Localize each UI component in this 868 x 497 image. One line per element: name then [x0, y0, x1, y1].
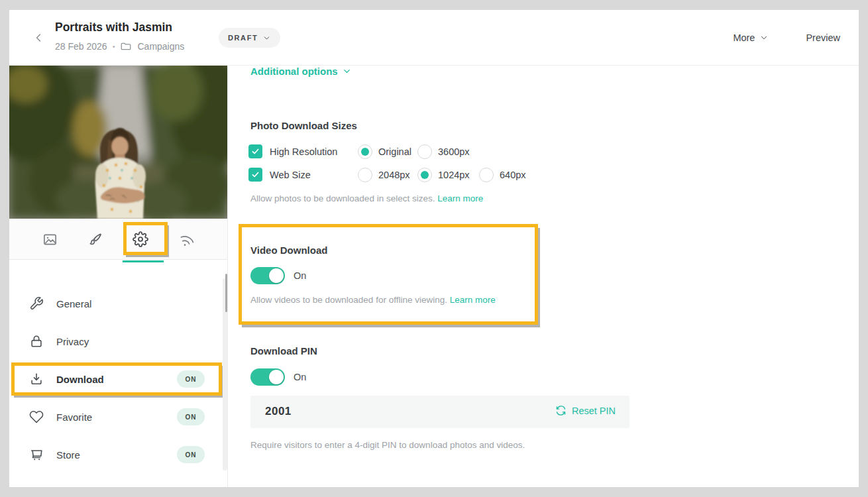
sidebar-item-store[interactable]: Store ON: [9, 436, 227, 473]
gallery-date: 28 Feb 2026: [55, 41, 107, 52]
status-dropdown[interactable]: DRAFT: [219, 28, 280, 48]
refresh-icon: [555, 405, 567, 416]
chevron-down-icon: [759, 33, 769, 42]
radio-label: Original: [378, 146, 411, 157]
settings-menu: General Privacy Download ON Favorite ON: [9, 260, 227, 487]
learn-more-link[interactable]: Learn more: [437, 193, 483, 203]
radio-label: 2048px: [378, 170, 410, 180]
radio-original[interactable]: Original: [358, 144, 411, 159]
gallery-settings-card: Portraits with Jasmin 28 Feb 2026 • Camp…: [9, 10, 859, 487]
download-pin-heading: Download PIN: [250, 345, 317, 357]
on-badge: ON: [177, 446, 205, 463]
radio-selected-icon: [417, 168, 432, 182]
web-size-checkbox[interactable]: Web Size: [248, 168, 311, 182]
more-label: More: [733, 32, 755, 43]
helper-text: Require visitors to enter a 4-digit PIN …: [250, 440, 525, 450]
folder-label[interactable]: Campaigns: [137, 41, 184, 52]
video-download-helper: Allow videos to be downloaded for offlin…: [250, 295, 496, 305]
page-title: Portraits with Jasmin: [55, 21, 172, 34]
sidebar-item-download[interactable]: Download ON: [9, 360, 227, 398]
on-badge: ON: [177, 370, 205, 388]
helper-text: Allow videos to be downloaded for offlin…: [250, 295, 447, 305]
toggle-knob: [269, 268, 284, 283]
learn-more-link[interactable]: Learn more: [450, 295, 496, 305]
photo-download-sizes-heading: Photo Download Sizes: [250, 120, 357, 131]
pin-toggle-state: On: [294, 372, 306, 382]
radio-2048px[interactable]: 2048px: [358, 168, 410, 182]
radio-1024px[interactable]: 1024px: [417, 168, 470, 182]
app-window: Portraits with Jasmin 28 Feb 2026 • Camp…: [0, 0, 868, 497]
header: Portraits with Jasmin 28 Feb 2026 • Camp…: [9, 10, 859, 66]
gear-icon: [133, 231, 148, 247]
checkbox-checked-icon: [248, 144, 262, 158]
chevron-down-icon: [342, 66, 352, 76]
size-row-high-resolution: High Resolution Original 3600px: [228, 144, 692, 159]
download-icon: [29, 372, 44, 386]
folder-icon: [120, 40, 132, 52]
toggle-knob: [269, 370, 284, 384]
radio-selected-icon: [358, 144, 372, 159]
checkbox-checked-icon: [248, 168, 262, 182]
photo-sizes-helper: Allow photos to be downloaded in select …: [250, 193, 483, 203]
sidebar-item-privacy[interactable]: Privacy: [9, 323, 227, 360]
back-button[interactable]: [29, 28, 48, 47]
lock-icon: [29, 334, 44, 349]
gallery-meta: 28 Feb 2026 • Campaigns: [55, 40, 184, 52]
tab-settings[interactable]: [122, 219, 159, 260]
download-pin-helper: Require visitors to enter a 4-digit PIN …: [250, 440, 525, 450]
on-badge: ON: [177, 408, 205, 425]
sidebar-tabbar: [9, 219, 227, 260]
chevron-down-icon: [262, 34, 271, 42]
sidebar-item-label: Privacy: [56, 336, 89, 347]
tab-publish[interactable]: [168, 219, 205, 260]
more-menu-button[interactable]: More: [733, 32, 769, 43]
helper-text: Allow photos to be downloaded in select …: [250, 193, 435, 203]
radio-unselected-icon: [479, 168, 494, 182]
additional-options-label: Additional options: [250, 66, 338, 77]
preview-button[interactable]: Preview: [806, 32, 840, 43]
tab-design[interactable]: [76, 219, 113, 260]
header-actions: More Preview: [733, 10, 840, 66]
sidebar-item-label: Store: [56, 449, 80, 461]
radio-label: 3600px: [438, 146, 470, 157]
sidebar-item-label: Download: [56, 374, 104, 385]
meta-separator: •: [113, 42, 115, 50]
size-row-web-size: Web Size 2048px 1024px 640px: [228, 168, 692, 182]
status-badge: DRAFT: [228, 34, 258, 42]
preview-label: Preview: [806, 32, 840, 43]
radio-unselected-icon: [417, 144, 432, 159]
checkbox-label: Web Size: [270, 170, 311, 180]
sidebar-item-label: Favorite: [56, 412, 92, 423]
radio-640px[interactable]: 640px: [479, 168, 526, 182]
pin-field: 2001 Reset PIN: [250, 396, 629, 428]
download-settings-panel: Additional options Photo Download Sizes …: [228, 66, 859, 487]
sidebar-scrollbar-thumb[interactable]: [225, 274, 227, 312]
checkbox-label: High Resolution: [270, 146, 337, 157]
pin-value: 2001: [265, 405, 292, 418]
cover-photo-image: [9, 66, 227, 219]
gallery-cover-photo[interactable]: [9, 66, 227, 219]
cart-icon: [29, 447, 44, 462]
reset-pin-label: Reset PIN: [572, 406, 616, 416]
radio-label: 640px: [500, 170, 526, 180]
sidebar: General Privacy Download ON Favorite ON: [9, 66, 228, 487]
wrench-icon: [29, 296, 44, 311]
sidebar-item-favorite[interactable]: Favorite ON: [9, 398, 227, 435]
video-download-toggle[interactable]: [250, 267, 285, 284]
download-pin-toggle[interactable]: [250, 368, 285, 386]
high-resolution-checkbox[interactable]: High Resolution: [248, 144, 337, 158]
additional-options-toggle[interactable]: Additional options: [250, 66, 352, 77]
heart-icon: [29, 410, 44, 424]
brush-icon: [87, 232, 103, 247]
radio-label: 1024px: [438, 170, 470, 180]
radio-unselected-icon: [358, 168, 372, 182]
broadcast-icon: [180, 232, 195, 247]
sidebar-item-label: General: [56, 298, 91, 309]
image-icon: [42, 232, 58, 247]
tab-photos[interactable]: [31, 219, 68, 260]
sidebar-item-general[interactable]: General: [9, 285, 227, 322]
video-toggle-state: On: [294, 270, 306, 281]
radio-3600px[interactable]: 3600px: [417, 144, 470, 159]
video-download-heading: Video Download: [250, 245, 327, 256]
reset-pin-button[interactable]: Reset PIN: [555, 405, 616, 416]
